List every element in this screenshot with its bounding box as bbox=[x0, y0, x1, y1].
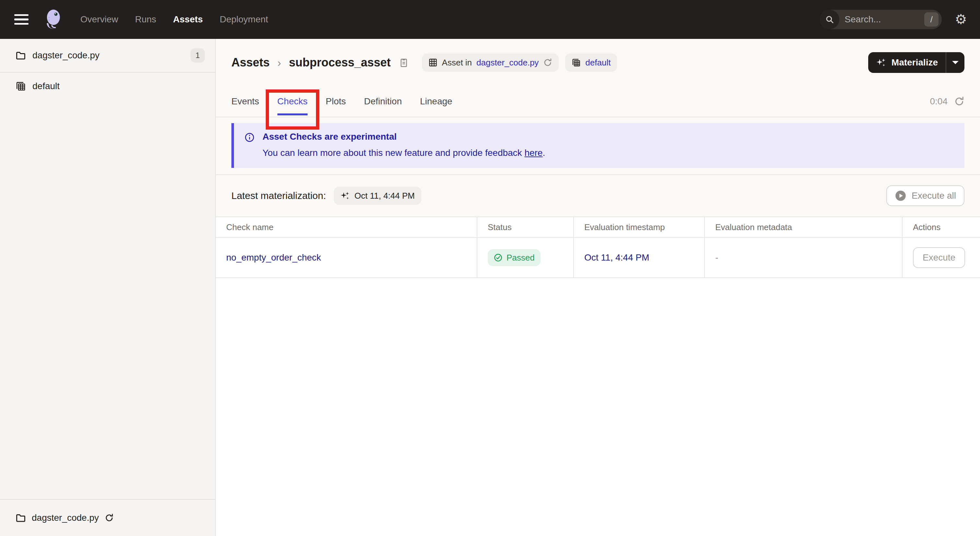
dagster-app-window: Overview Runs Assets Deployment Search..… bbox=[0, 0, 980, 536]
check-circle-icon bbox=[493, 253, 503, 262]
materialize-label: Materialize bbox=[891, 57, 938, 68]
asset-grid-icon bbox=[428, 58, 438, 67]
latest-materialization-label: Latest materialization: bbox=[231, 190, 326, 201]
execute-button[interactable]: Execute bbox=[913, 247, 965, 268]
materialize-button[interactable]: Materialize bbox=[868, 52, 946, 73]
play-circle-icon bbox=[895, 190, 907, 202]
check-name-link[interactable]: no_empty_order_check bbox=[226, 253, 321, 262]
nav-item-runs[interactable]: Runs bbox=[135, 14, 156, 25]
sidebar-footer-code-location[interactable]: dagster_code.py bbox=[0, 499, 215, 536]
dagster-logo-icon[interactable] bbox=[40, 7, 65, 32]
refresh-icon[interactable] bbox=[954, 96, 964, 107]
tab-lineage[interactable]: Lineage bbox=[420, 86, 452, 117]
sparkles-icon bbox=[340, 191, 350, 200]
refresh-countdown: 0:04 bbox=[930, 96, 948, 107]
chevron-right-icon: › bbox=[277, 56, 281, 69]
primary-nav: Overview Runs Assets Deployment bbox=[80, 14, 268, 25]
nav-item-deployment[interactable]: Deployment bbox=[220, 14, 268, 25]
code-location-link[interactable]: dagster_code.py bbox=[476, 58, 539, 68]
repo-badge: default bbox=[565, 54, 617, 72]
column-header-actions: Actions bbox=[902, 217, 980, 237]
table-header-row: Check name Status Evaluation timestamp E… bbox=[216, 217, 980, 237]
search-icon bbox=[820, 10, 839, 29]
folder-icon bbox=[16, 513, 26, 523]
status-badge: Passed bbox=[488, 249, 541, 266]
breadcrumb-assets-link[interactable]: Assets bbox=[231, 56, 270, 69]
sidebar-item-repo-default[interactable]: default bbox=[0, 73, 215, 100]
info-icon bbox=[244, 132, 255, 143]
materialize-button-group: Materialize bbox=[868, 52, 964, 73]
table-row: no_empty_order_check Passed Oct 11, 4:44… bbox=[216, 237, 980, 278]
tab-plots[interactable]: Plots bbox=[326, 86, 346, 117]
repo-grid-icon bbox=[572, 58, 581, 67]
main-content: Assets › subprocess_asset bbox=[216, 39, 980, 536]
asset-location-badge: Asset in dagster_code.py bbox=[422, 54, 559, 72]
column-header-status: Status bbox=[477, 217, 574, 237]
reload-icon[interactable] bbox=[105, 513, 114, 522]
search-placeholder: Search... bbox=[845, 14, 924, 25]
sidebar-item-label: dagster_code.py bbox=[32, 50, 184, 60]
asset-in-label: Asset in bbox=[442, 58, 472, 68]
nav-item-assets[interactable]: Assets bbox=[173, 14, 203, 25]
repo-grid-icon bbox=[16, 81, 26, 91]
tab-definition[interactable]: Definition bbox=[364, 86, 402, 117]
nav-item-overview[interactable]: Overview bbox=[80, 14, 118, 25]
checks-table: Check name Status Evaluation timestamp E… bbox=[216, 216, 980, 278]
left-sidebar: dagster_code.py 1 default dagster_code.p… bbox=[0, 39, 216, 536]
experimental-banner: Asset Checks are experimental You can le… bbox=[231, 123, 964, 168]
tab-events[interactable]: Events bbox=[231, 86, 259, 117]
top-navigation-bar: Overview Runs Assets Deployment Search..… bbox=[0, 0, 980, 39]
search-shortcut-key: / bbox=[924, 12, 939, 27]
asset-count-badge: 1 bbox=[191, 48, 205, 62]
latest-materialization-timestamp: Oct 11, 4:44 PM bbox=[355, 191, 415, 201]
reload-icon[interactable] bbox=[543, 58, 552, 67]
evaluation-timestamp-link[interactable]: Oct 11, 4:44 PM bbox=[584, 253, 649, 262]
execute-all-button[interactable]: Execute all bbox=[886, 185, 964, 206]
repo-default-link[interactable]: default bbox=[585, 58, 611, 68]
evaluation-metadata-value: - bbox=[705, 237, 902, 278]
sidebar-item-code-location[interactable]: dagster_code.py 1 bbox=[0, 39, 215, 73]
page-title: subprocess_asset bbox=[289, 56, 390, 69]
banner-title: Asset Checks are experimental bbox=[262, 132, 545, 142]
asset-header: Assets › subprocess_asset bbox=[216, 39, 980, 86]
column-header-evaluation-metadata: Evaluation metadata bbox=[705, 217, 902, 237]
sparkles-icon bbox=[876, 57, 886, 68]
latest-materialization-badge[interactable]: Oct 11, 4:44 PM bbox=[334, 187, 421, 205]
sidebar-footer-label: dagster_code.py bbox=[32, 513, 99, 523]
banner-body: You can learn more about this new featur… bbox=[262, 148, 545, 158]
column-header-evaluation-timestamp: Evaluation timestamp bbox=[574, 217, 705, 237]
search-input[interactable]: Search... / bbox=[820, 10, 942, 29]
asset-tabs-bar: Events Checks Plots Definition Lineage 0… bbox=[216, 86, 980, 117]
column-header-check-name: Check name bbox=[216, 217, 477, 237]
materialize-dropdown-button[interactable] bbox=[946, 52, 964, 73]
banner-section: Asset Checks are experimental You can le… bbox=[216, 117, 980, 174]
copy-clipboard-icon[interactable] bbox=[399, 57, 409, 68]
hamburger-menu-icon[interactable] bbox=[14, 14, 29, 25]
folder-icon bbox=[16, 50, 26, 60]
feedback-here-link[interactable]: here bbox=[524, 148, 542, 158]
sidebar-item-label: default bbox=[32, 81, 60, 91]
caret-down-icon bbox=[952, 61, 959, 64]
tab-checks[interactable]: Checks bbox=[277, 86, 307, 117]
settings-gear-icon[interactable]: ⚙ bbox=[955, 13, 967, 26]
latest-materialization-bar: Latest materialization: Oct 11, 4:44 PM bbox=[216, 174, 980, 216]
